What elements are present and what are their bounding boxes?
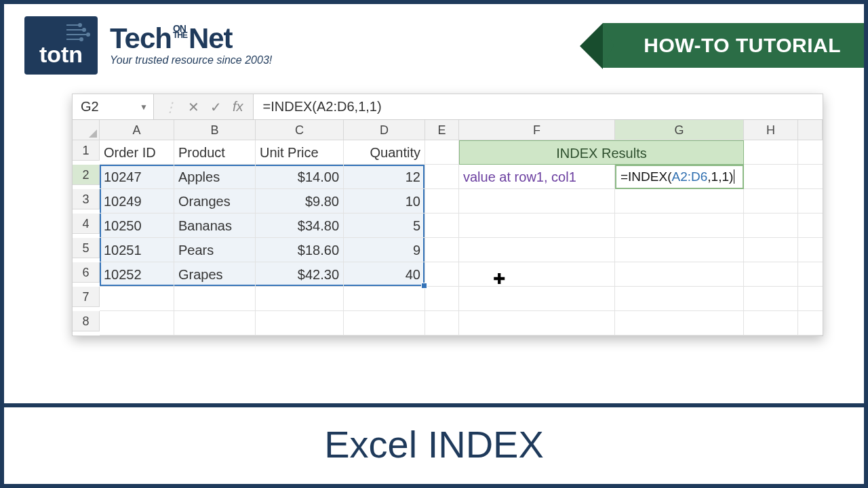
row-8[interactable]: 8 [73, 311, 100, 331]
cell-A3[interactable]: 10249 [100, 189, 174, 214]
page-title: Excel INDEX [4, 422, 864, 466]
col-C[interactable]: C [256, 120, 344, 140]
svg-point-3 [80, 38, 83, 41]
enter-icon[interactable]: ✓ [210, 99, 222, 115]
cell-C3[interactable]: $9.80 [256, 189, 344, 214]
row-4[interactable]: 4 [73, 214, 100, 234]
col-H[interactable]: H [744, 120, 798, 140]
brand-name: TechONTHENet [110, 24, 272, 53]
cell-B3[interactable]: Oranges [174, 189, 256, 214]
cell-E1[interactable] [425, 140, 459, 165]
cell-C6[interactable]: $42.30 [256, 262, 344, 287]
circuit-icon [61, 22, 92, 49]
cell-A5[interactable]: 10251 [100, 238, 174, 262]
cell-D5[interactable]: 9 [344, 238, 425, 262]
brand-tagline: Your trusted resource since 2003! [110, 54, 272, 66]
cell-F2[interactable]: value at row1, col1 [459, 165, 615, 189]
fx-icon[interactable]: fx [233, 99, 243, 115]
col-A[interactable]: A [100, 120, 174, 140]
cell-E2[interactable] [425, 165, 459, 189]
col-G[interactable]: G [615, 120, 744, 140]
cell-D3[interactable]: 10 [344, 189, 425, 214]
name-box-value: G2 [81, 99, 99, 115]
excel-window: G2 ▼ ⋮ ✕ ✓ fx =INDEX(A2:D6,1,1) A B C D … [72, 94, 823, 336]
row-1[interactable]: 1 [73, 140, 100, 161]
col-E[interactable]: E [425, 120, 459, 140]
cell-C1[interactable]: Unit Price [256, 140, 344, 165]
logo-mark: totn [24, 16, 98, 75]
footer-banner: Excel INDEX [4, 403, 864, 484]
spreadsheet-grid[interactable]: A B C D E F G H 1 Order ID Product Unit … [73, 120, 823, 336]
cell-A2[interactable]: 10247 [100, 165, 174, 189]
formula-text: =INDEX(A2:D6,1,1) [263, 99, 382, 115]
col-B[interactable]: B [174, 120, 256, 140]
cell-D4[interactable]: 5 [344, 214, 425, 238]
cursor-icon: ✚ [493, 270, 505, 288]
cell-H1[interactable] [744, 140, 798, 165]
cell-D2[interactable]: 12 [344, 165, 425, 189]
cell-A4[interactable]: 10250 [100, 214, 174, 238]
svg-point-1 [83, 28, 85, 31]
row-2[interactable]: 2 [73, 165, 100, 185]
formula-input[interactable]: =INDEX(A2:D6,1,1) [254, 94, 823, 119]
col-F[interactable]: F [459, 120, 615, 140]
svg-point-0 [79, 24, 81, 26]
cell-G2[interactable]: =INDEX(A2:D6,1,1) [615, 165, 744, 189]
chevron-down-icon: ▼ [140, 102, 148, 112]
cell-B6[interactable]: Grapes [174, 262, 256, 287]
divider-icon: ⋮ [163, 99, 177, 115]
cell-D1[interactable]: Quantity [344, 140, 425, 165]
cancel-icon[interactable]: ✕ [188, 99, 199, 115]
ribbon-label: HOW-TO TUTORIAL [644, 34, 841, 56]
cell-B1[interactable]: Product [174, 140, 256, 165]
cell-A6[interactable]: 10252 [100, 262, 174, 287]
cell-H2[interactable] [744, 165, 798, 189]
row-3[interactable]: 3 [73, 189, 100, 209]
select-all-corner[interactable] [73, 120, 100, 140]
site-logo: totn TechONTHENet Your trusted resource … [24, 16, 272, 75]
cell-C5[interactable]: $18.60 [256, 238, 344, 262]
tutorial-ribbon: HOW-TO TUTORIAL [603, 23, 864, 68]
cell-B5[interactable]: Pears [174, 238, 256, 262]
cell-A1[interactable]: Order ID [100, 140, 174, 165]
formula-bar: G2 ▼ ⋮ ✕ ✓ fx =INDEX(A2:D6,1,1) [73, 94, 823, 120]
svg-point-2 [87, 33, 90, 36]
cell-B2[interactable]: Apples [174, 165, 256, 189]
row-5[interactable]: 5 [73, 238, 100, 258]
row-6[interactable]: 6 [73, 262, 100, 283]
col-D[interactable]: D [344, 120, 425, 140]
cell-C4[interactable]: $34.80 [256, 214, 344, 238]
col-overflow [798, 120, 823, 140]
cell-C2[interactable]: $14.00 [256, 165, 344, 189]
cell-F1G1[interactable]: INDEX Results [459, 140, 744, 165]
cell-B4[interactable]: Bananas [174, 214, 256, 238]
cell-D6[interactable]: 40 [344, 262, 425, 287]
name-box[interactable]: G2 ▼ [73, 94, 154, 119]
row-7[interactable]: 7 [73, 287, 100, 307]
